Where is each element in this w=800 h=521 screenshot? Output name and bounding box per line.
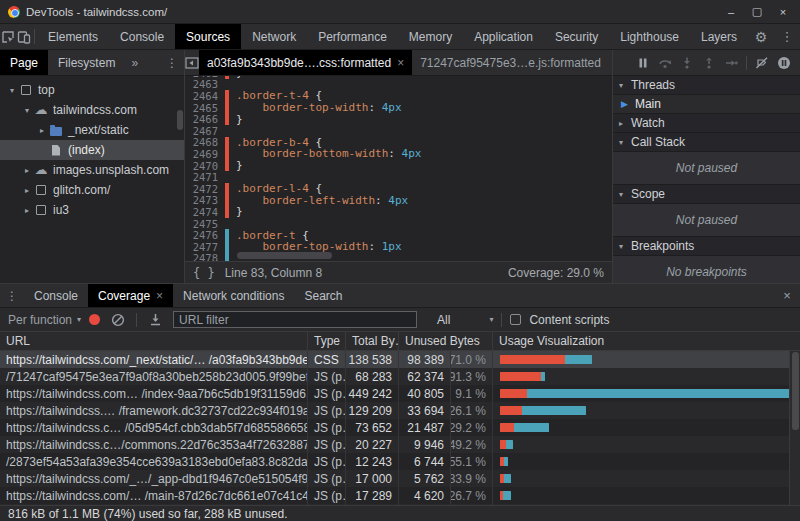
tree-expander-icon[interactable]: ▾ bbox=[6, 86, 18, 95]
code-line[interactable]: 2476.border-t { bbox=[185, 229, 612, 241]
line-number[interactable]: 2468 bbox=[185, 136, 225, 148]
line-number[interactable]: 2463 bbox=[185, 78, 225, 90]
coverage-row[interactable]: https://tailwindcss.… /framework.dc32737… bbox=[0, 402, 800, 419]
clear-coverage-icon[interactable] bbox=[108, 310, 128, 330]
drawer-tab-network-conditions[interactable]: Network conditions bbox=[173, 284, 294, 307]
thread-main[interactable]: ▶Main bbox=[613, 95, 800, 114]
pause-on-exceptions-icon[interactable] bbox=[774, 53, 794, 73]
tree-item-top[interactable]: ▾top bbox=[0, 80, 184, 100]
inspect-element-icon[interactable] bbox=[0, 24, 16, 49]
drawer-close-icon[interactable]: × bbox=[774, 284, 800, 307]
coverage-row[interactable]: https://tailwindcss.com/…t/static/css/f5… bbox=[0, 504, 800, 505]
coverage-row[interactable]: https://tailwindcss.com/_…/_app-dbd1f946… bbox=[0, 470, 800, 487]
coverage-row[interactable]: https://tailwindcss.c… /05d954cf.cbb3dab… bbox=[0, 419, 800, 436]
tab-memory[interactable]: Memory bbox=[398, 24, 463, 49]
code-line[interactable]: 2469 border-bottom-width: 4px bbox=[185, 148, 612, 160]
table-scrollbar[interactable] bbox=[789, 351, 800, 505]
tab-application[interactable]: Application bbox=[463, 24, 544, 49]
line-number[interactable]: 2467 bbox=[185, 125, 225, 137]
tree-item-next-static[interactable]: ▸_next/static bbox=[0, 120, 184, 140]
line-number[interactable]: 2473 bbox=[185, 194, 225, 206]
code-line[interactable]: 2465 border-top-width: 4px bbox=[185, 102, 612, 114]
column-header-url[interactable]: URL bbox=[0, 332, 308, 350]
tree-expander-icon[interactable]: ▸ bbox=[21, 186, 33, 195]
more-options-icon[interactable]: ⋮ bbox=[774, 24, 800, 49]
tab-close-icon[interactable]: × bbox=[156, 289, 163, 303]
line-number[interactable]: 2474 bbox=[185, 206, 225, 218]
tree-item-iu3[interactable]: ▸iu3 bbox=[0, 200, 184, 220]
tree-expander-icon[interactable]: ▾ bbox=[21, 106, 33, 115]
drawer-menu-icon[interactable]: ⋮ bbox=[0, 284, 24, 307]
tab-performance[interactable]: Performance bbox=[307, 24, 398, 49]
section-threads[interactable]: ▾Threads bbox=[613, 76, 800, 95]
drawer-tab-search[interactable]: Search bbox=[294, 284, 352, 307]
sidebar-menu-icon[interactable]: ⋮ bbox=[160, 50, 184, 75]
column-header-type[interactable]: Type bbox=[308, 332, 346, 350]
tree-expander-icon[interactable]: ▸ bbox=[36, 126, 48, 135]
code-line[interactable]: 2470} bbox=[185, 160, 612, 172]
tree-expander-icon[interactable]: ▸ bbox=[21, 166, 33, 175]
step-icon[interactable] bbox=[721, 53, 741, 73]
line-number[interactable]: 2472 bbox=[185, 183, 225, 195]
line-number[interactable]: 2471 bbox=[185, 171, 225, 183]
sidebar-tab-filesystem[interactable]: Filesystem bbox=[48, 50, 125, 75]
coverage-mode-dropdown[interactable]: Per function▾ bbox=[8, 313, 81, 327]
pause-script-icon[interactable] bbox=[633, 53, 653, 73]
tree-item-images-unsplash-com[interactable]: ▸☁images.unsplash.com bbox=[0, 160, 184, 180]
tree-item-glitch-com[interactable]: ▸glitch.com/ bbox=[0, 180, 184, 200]
tree-scrollbar[interactable] bbox=[177, 110, 183, 130]
line-number[interactable]: 2464 bbox=[185, 90, 225, 102]
section-breakpoints[interactable]: ▾Breakpoints bbox=[613, 237, 800, 256]
record-coverage-button[interactable] bbox=[89, 314, 100, 325]
sidebar-tab-page[interactable]: Page bbox=[0, 50, 48, 75]
step-out-icon[interactable] bbox=[699, 53, 719, 73]
sidebar-tabs-overflow[interactable]: » bbox=[125, 50, 144, 75]
device-toolbar-icon[interactable] bbox=[16, 24, 32, 49]
deactivate-breakpoints-icon[interactable] bbox=[752, 53, 772, 73]
code-line[interactable]: 2475 bbox=[185, 218, 612, 230]
tab-layers[interactable]: Layers bbox=[690, 24, 748, 49]
drawer-tab-coverage[interactable]: Coverage× bbox=[88, 284, 173, 307]
coverage-row[interactable]: https://tailwindcss.com… /index-9aa7b6c5… bbox=[0, 385, 800, 402]
code-line[interactable]: 2473 border-left-width: 4px bbox=[185, 195, 612, 207]
line-number[interactable]: 2469 bbox=[185, 148, 225, 160]
step-over-icon[interactable] bbox=[655, 53, 675, 73]
pretty-print-icon[interactable]: { } bbox=[193, 266, 215, 280]
step-into-icon[interactable] bbox=[677, 53, 697, 73]
coverage-row[interactable]: /2873ef54a53afa39e354cce639a3183ebd0efa8… bbox=[0, 453, 800, 470]
code-line[interactable]: 2477 border-top-width: 1px bbox=[185, 241, 612, 253]
maximize-button[interactable]: ▢ bbox=[746, 3, 768, 21]
line-number[interactable]: 2477 bbox=[185, 241, 225, 253]
minimize-button[interactable]: – bbox=[720, 3, 742, 21]
settings-gear-icon[interactable]: ⚙ bbox=[748, 24, 774, 49]
line-number[interactable]: 2476 bbox=[185, 229, 225, 241]
column-header-usage-visualization[interactable]: Usage Visualization bbox=[493, 332, 800, 350]
code-line[interactable]: 2471 bbox=[185, 171, 612, 183]
code-line[interactable]: 2468.border-b-4 { bbox=[185, 137, 612, 149]
tab-sources[interactable]: Sources bbox=[175, 24, 241, 49]
code-line[interactable]: 2467 bbox=[185, 125, 612, 137]
tab-console[interactable]: Console bbox=[109, 24, 175, 49]
editor-tab[interactable]: 71247caf95475e3…e.js:formatted bbox=[412, 50, 609, 75]
type-filter-dropdown[interactable]: All▾ bbox=[437, 313, 493, 327]
section-call-stack[interactable]: ▾Call Stack bbox=[613, 133, 800, 152]
tree-item-index[interactable]: (index) bbox=[0, 140, 184, 160]
section-scope[interactable]: ▾Scope bbox=[613, 185, 800, 204]
code-line[interactable]: 2474} bbox=[185, 206, 612, 218]
table-scrollbar-thumb[interactable] bbox=[792, 352, 799, 430]
coverage-row[interactable]: https://tailwindcss.com/_next/static/… /… bbox=[0, 351, 800, 368]
section-watch[interactable]: ▸Watch bbox=[613, 114, 800, 133]
tree-expander-icon[interactable]: ▸ bbox=[21, 206, 33, 215]
drawer-tab-console[interactable]: Console bbox=[24, 284, 88, 307]
line-number[interactable]: 2475 bbox=[185, 218, 225, 230]
code-line[interactable]: 2463 bbox=[185, 79, 612, 91]
column-header-unused-bytes[interactable]: Unused Bytes bbox=[399, 332, 493, 350]
line-number[interactable]: 2465 bbox=[185, 102, 225, 114]
line-number[interactable]: 2470 bbox=[185, 160, 225, 172]
url-filter-input[interactable] bbox=[173, 311, 417, 328]
line-number[interactable]: 2466 bbox=[185, 113, 225, 125]
column-header-total-by[interactable]: Total By… bbox=[346, 332, 399, 350]
editor-tab[interactable]: a03fa9b343bb9de….css:formatted× bbox=[199, 50, 412, 75]
code-editor[interactable]: 2462}24632464.border-t-4 {2465 border-to… bbox=[185, 76, 612, 261]
content-scripts-checkbox[interactable] bbox=[510, 314, 521, 325]
